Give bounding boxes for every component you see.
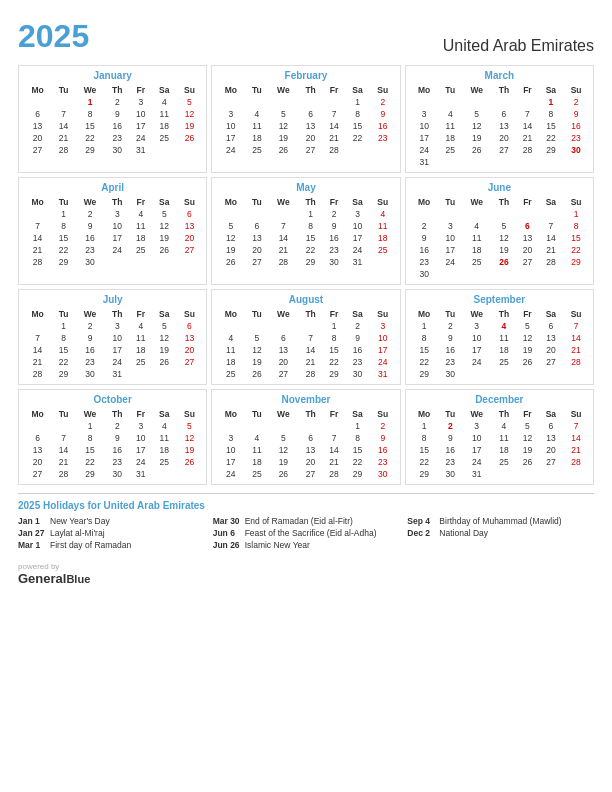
holiday-entry: Mar 1First day of Ramadan: [18, 540, 205, 550]
cal-day: 21: [323, 456, 345, 468]
month-name: June: [410, 182, 589, 193]
cal-day: [52, 96, 75, 108]
day-header: Su: [370, 308, 396, 320]
cal-day: [245, 208, 268, 220]
day-header: Su: [370, 84, 396, 96]
cal-day: 2: [439, 420, 462, 432]
cal-day: 4: [439, 108, 462, 120]
cal-day: 2: [439, 320, 462, 332]
cal-day: 3: [345, 208, 370, 220]
cal-day: 31: [345, 256, 370, 268]
cal-day: 25: [462, 256, 492, 268]
cal-day: 1: [410, 420, 439, 432]
cal-day: 18: [370, 232, 396, 244]
month-name: April: [23, 182, 202, 193]
cal-day: 14: [268, 232, 298, 244]
day-header: Th: [105, 408, 130, 420]
cal-day: [152, 256, 177, 268]
cal-day: 15: [345, 120, 370, 132]
day-header: Th: [492, 408, 517, 420]
holiday-date: Mar 1: [18, 540, 50, 550]
day-header: Sa: [539, 84, 564, 96]
cal-day: [539, 268, 564, 280]
cal-day: 11: [462, 232, 492, 244]
day-header: Fr: [130, 196, 152, 208]
cal-table: MoTuWeThFrSaSu12345678910111213141516171…: [23, 308, 202, 380]
cal-day: 24: [462, 356, 492, 368]
cal-day: 7: [268, 220, 298, 232]
cal-day: 10: [462, 332, 492, 344]
cal-day: 18: [245, 456, 268, 468]
cal-day: 16: [105, 444, 130, 456]
cal-day: 3: [462, 420, 492, 432]
cal-day: 20: [245, 244, 268, 256]
cal-day: 23: [75, 244, 105, 256]
cal-day: 9: [370, 432, 396, 444]
day-header: Fr: [130, 408, 152, 420]
cal-day: [492, 208, 517, 220]
holiday-date: Jan 1: [18, 516, 50, 526]
cal-day: 4: [152, 96, 177, 108]
cal-day: 12: [245, 344, 268, 356]
cal-day: 24: [345, 244, 370, 256]
cal-day: 24: [105, 356, 130, 368]
cal-day: 12: [516, 432, 538, 444]
month-block-may: MayMoTuWeThFrSaSu12345678910111213141516…: [211, 177, 400, 285]
day-header: Mo: [216, 196, 245, 208]
cal-day: 15: [345, 444, 370, 456]
cal-day: 10: [410, 120, 439, 132]
cal-day: 2: [410, 220, 439, 232]
day-header: Tu: [439, 308, 462, 320]
cal-day: 3: [410, 108, 439, 120]
cal-day: [516, 208, 538, 220]
cal-day: 11: [152, 432, 177, 444]
day-header: Th: [492, 308, 517, 320]
cal-day: 28: [23, 368, 52, 380]
day-header: We: [75, 196, 105, 208]
day-header: Su: [563, 408, 589, 420]
cal-day: 5: [268, 108, 298, 120]
cal-day: [152, 468, 177, 480]
cal-day: 3: [216, 432, 245, 444]
cal-day: 9: [75, 220, 105, 232]
cal-day: 14: [23, 232, 52, 244]
cal-day: 8: [52, 220, 75, 232]
day-header: Tu: [245, 308, 268, 320]
cal-day: 21: [52, 132, 75, 144]
day-header: Th: [105, 196, 130, 208]
cal-day: 30: [105, 468, 130, 480]
cal-day: 14: [323, 444, 345, 456]
cal-day: 31: [410, 156, 439, 168]
powered-by: powered by GeneralBlue: [18, 562, 594, 586]
cal-day: 21: [323, 132, 345, 144]
day-header: We: [268, 196, 298, 208]
cal-day: 19: [462, 132, 492, 144]
cal-table: MoTuWeThFrSaSu12345678910111213141516171…: [216, 196, 395, 268]
holidays-title: 2025 Holidays for United Arab Emirates: [18, 500, 594, 511]
cal-day: 21: [23, 244, 52, 256]
cal-day: 16: [410, 244, 439, 256]
cal-day: 3: [439, 220, 462, 232]
cal-day: 19: [516, 344, 538, 356]
cal-day: 15: [298, 232, 323, 244]
holiday-name: Birthday of Muhammad (Mawlid): [439, 516, 561, 526]
cal-day: 11: [492, 432, 517, 444]
holiday-entry: Jun 26Islamic New Year: [213, 540, 400, 550]
holiday-name: New Year's Day: [50, 516, 110, 526]
cal-day: [23, 96, 52, 108]
cal-day: 23: [439, 356, 462, 368]
cal-day: 28: [323, 144, 345, 156]
cal-table: MoTuWeThFrSaSu12345678910111213141516171…: [410, 84, 589, 168]
cal-day: 26: [152, 356, 177, 368]
cal-day: [516, 468, 538, 480]
cal-day: 29: [410, 368, 439, 380]
cal-day: 7: [52, 432, 75, 444]
cal-day: 7: [298, 332, 323, 344]
cal-day: 22: [323, 356, 345, 368]
cal-day: [462, 208, 492, 220]
cal-day: 23: [345, 356, 370, 368]
cal-day: 31: [130, 468, 152, 480]
cal-day: 14: [323, 120, 345, 132]
cal-day: 9: [105, 108, 130, 120]
cal-day: [245, 420, 268, 432]
